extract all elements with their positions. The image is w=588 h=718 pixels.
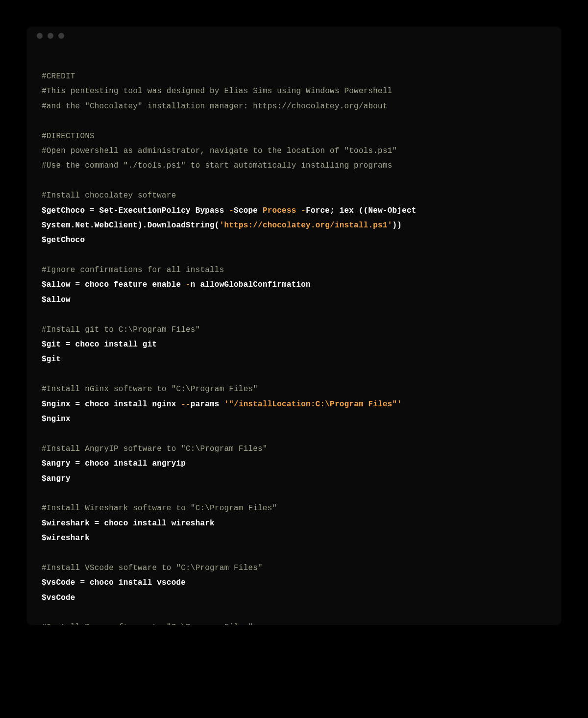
code-line: #Install Burp software to "C:\Program Fi… <box>42 620 546 625</box>
code-line: $nginx = choco install nginx --params '"… <box>42 397 546 412</box>
terminal-window: #CREDIT#This pentesting tool was designe… <box>27 27 561 625</box>
code-token-comment: #Use the command "./tools.ps1" to start … <box>42 161 392 170</box>
code-line: $vsCode <box>42 591 546 605</box>
code-token-string: '"/installLocation:C:\Program Files"' <box>224 400 402 409</box>
code-token-plain: $angry = choco install angryip <box>42 459 186 468</box>
code-line: $angry = choco install angryip <box>42 456 546 471</box>
code-token-comment: #and the "Chocolatey" installation manag… <box>42 102 388 111</box>
code-token-plain: $allow = choco feature enable <box>42 280 186 289</box>
code-line: #Install Wireshark software to "C:\Progr… <box>42 501 546 516</box>
code-line: $getChoco <box>42 233 546 248</box>
maximize-icon[interactable] <box>58 33 64 39</box>
code-line: $git = choco install git <box>42 337 546 352</box>
window-titlebar <box>27 27 561 45</box>
code-token-plain: $getChoco <box>42 236 85 245</box>
code-token-comment: #Install Burp software to "C:\Program Fi… <box>42 623 253 625</box>
code-line: $wireshark <box>42 531 546 545</box>
code-line: #and the "Chocolatey" installation manag… <box>42 99 546 114</box>
code-line: $getChoco = Set-ExecutionPolicy Bypass -… <box>42 203 546 233</box>
close-icon[interactable] <box>37 33 43 39</box>
code-token-comment: #This pentesting tool was designed by El… <box>42 87 392 96</box>
code-line: #This pentesting tool was designed by El… <box>42 84 546 99</box>
code-token-plain: )) <box>392 221 402 230</box>
code-line: #Install nGinx software to "C:\Program F… <box>42 382 546 396</box>
code-token-plain: $vsCode = choco install vscode <box>42 578 186 587</box>
code-token-plain: $git <box>42 355 61 364</box>
code-line: $vsCode = choco install vscode <box>42 575 546 590</box>
code-token-plain: $getChoco = Set-ExecutionPolicy Bypass <box>42 206 229 215</box>
code-token-plain: n allowGlobalConfirmation <box>191 280 311 289</box>
code-token-accent: -- <box>181 400 191 409</box>
code-token-plain: $nginx = choco install nginx <box>42 400 181 409</box>
code-token-comment: #Install Wireshark software to "C:\Progr… <box>42 504 277 513</box>
code-block: #CREDIT#This pentesting tool was designe… <box>27 45 561 625</box>
code-line: #Use the command "./tools.ps1" to start … <box>42 158 546 173</box>
code-line: $angry <box>42 471 546 486</box>
code-token-accent: Process <box>263 206 296 215</box>
code-line: #Install chocolatey software <box>42 188 546 203</box>
code-token-plain: params <box>191 400 224 409</box>
code-token-comment: #Open powershell as administrator, navig… <box>42 147 397 155</box>
code-token-comment: #CREDIT <box>42 72 75 81</box>
code-line <box>42 307 546 322</box>
code-token-accent: - <box>186 280 191 289</box>
code-token-comment: #Ignore confirmations for all installs <box>42 266 224 274</box>
code-line: $git <box>42 352 546 367</box>
minimize-icon[interactable] <box>48 33 53 39</box>
code-line: $wireshark = choco install wireshark <box>42 516 546 531</box>
code-line: #Install VScode software to "C:\Program … <box>42 561 546 575</box>
code-line: #Ignore confirmations for all installs <box>42 263 546 277</box>
code-token-plain: $angry <box>42 474 71 483</box>
code-line <box>42 546 546 561</box>
code-token-comment: #Install nGinx software to "C:\Program F… <box>42 385 258 394</box>
code-token-accent: - <box>301 206 306 215</box>
code-token-comment: #Install VScode software to "C:\Program … <box>42 564 263 572</box>
code-token-plain: $wireshark = choco install wireshark <box>42 519 215 528</box>
code-token-accent: - <box>229 206 234 215</box>
code-token-plain: Scope <box>234 206 263 215</box>
code-line: #Open powershell as administrator, navig… <box>42 144 546 158</box>
code-token-comment: #Install chocolatey software <box>42 191 176 200</box>
code-line: #Install git to C:\Program Files" <box>42 322 546 337</box>
code-token-plain: $nginx <box>42 415 71 423</box>
code-line: $allow <box>42 293 546 307</box>
code-token-plain: $git = choco install git <box>42 340 157 349</box>
code-line <box>42 114 546 128</box>
code-token-string: 'https://chocolatey.org/install.ps1' <box>220 221 392 230</box>
code-line: #CREDIT <box>42 69 546 84</box>
code-line <box>42 486 546 501</box>
code-line <box>42 367 546 382</box>
code-token-plain: $allow <box>42 296 71 304</box>
code-token-plain: $vsCode <box>42 594 75 602</box>
code-line <box>42 173 546 188</box>
code-line: $allow = choco feature enable -n allowGl… <box>42 277 546 292</box>
code-line: #DIRECTIONS <box>42 129 546 144</box>
code-token-comment: #Install git to C:\Program Files" <box>42 325 200 334</box>
code-token-comment: #Install AngryIP software to "C:\Program… <box>42 445 268 453</box>
code-token-plain: $wireshark <box>42 534 90 543</box>
code-token-plain <box>296 206 301 215</box>
code-line: #Install AngryIP software to "C:\Program… <box>42 442 546 456</box>
code-line <box>42 248 546 263</box>
code-line: $nginx <box>42 412 546 426</box>
code-line <box>42 605 546 620</box>
code-line <box>42 426 546 441</box>
code-token-comment: #DIRECTIONS <box>42 132 95 141</box>
